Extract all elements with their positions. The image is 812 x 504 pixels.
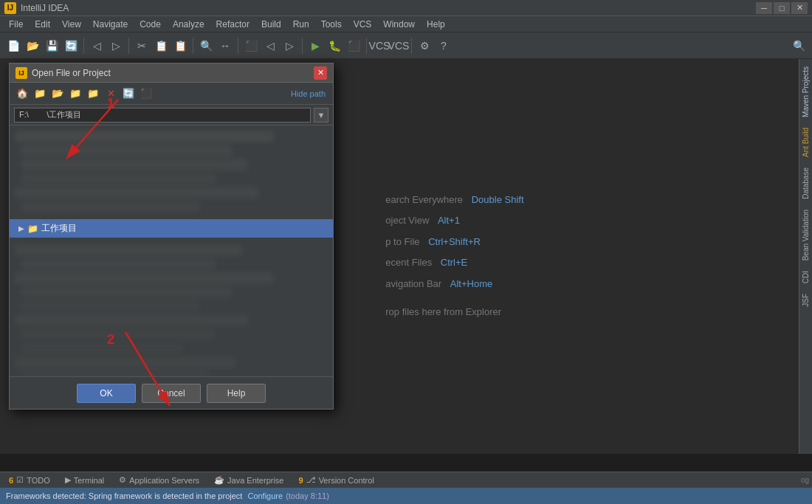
dialog-view-button[interactable]: ⬛ [138,86,154,102]
tab-version-control[interactable]: 9 ⎇ Version Control [293,474,380,486]
maximize-button[interactable]: □ [774,2,790,14]
cut-button[interactable]: ✂ [133,37,151,55]
toolbar-sep-6 [366,38,367,54]
replace-button[interactable]: ↔ [216,37,234,55]
breakpoint-button[interactable]: ⬛ [242,37,260,55]
menu-build[interactable]: Build [255,18,287,31]
search-file-button[interactable]: 🔍 [197,37,215,55]
hide-path-link[interactable]: Hide path [288,88,328,100]
run-button[interactable]: ▶ [306,37,324,55]
copy-button[interactable]: 📋 [152,37,170,55]
menu-bar: File Edit View Navigate Code Analyze Ref… [0,16,812,32]
panel-jsf[interactable]: JSF [800,289,811,311]
toolbar: 📄 📂 💾 🔄 ◁ ▷ ✂ 📋 📋 🔍 ↔ ⬛ ◁ ▷ ▶ 🐛 ⬛ VCS VC… [0,32,812,59]
app-servers-icon: ⚙ [119,475,126,485]
status-text: Frameworks detected: Spring framework is… [6,491,242,500]
menu-tools[interactable]: Tools [315,18,348,31]
vc-icon: ⎇ [306,475,316,485]
shortcut-hints: earch Everywhere Double Shift oject View… [385,190,523,324]
title-bar: IJ IntelliJ IDEA ─ □ ✕ [0,0,812,16]
left-nav-button[interactable]: ◁ [261,37,279,55]
menu-navigate[interactable]: Navigate [87,18,134,31]
dialog-new-folder-button[interactable]: 📁 [67,86,83,102]
tree-expand-arrow[interactable]: ▶ [18,224,24,232]
refresh-button[interactable]: 🔄 [62,37,80,55]
menu-analyze[interactable]: Analyze [167,18,210,31]
hint-recent-key: Ctrl+E [441,253,467,275]
menu-file[interactable]: File [3,18,29,31]
terminal-icon: ▶ [65,475,71,485]
title-controls: ─ □ ✕ [756,2,808,14]
menu-run[interactable]: Run [287,18,315,31]
dialog-file-tree[interactable]: ▶ 📁 工作项目 [10,125,333,376]
tree-folder-icon: 📁 [27,224,38,234]
dialog-title-icon: IJ [16,67,27,79]
search-everywhere-button[interactable]: 🔍 [790,37,808,55]
todo-icon: ☑ [16,475,24,485]
forward-button[interactable]: ▷ [107,37,125,55]
dialog-delete-button[interactable]: ✕ [103,86,119,102]
minimize-button[interactable]: ─ [756,2,772,14]
terminal-label: Terminal [74,476,105,485]
dialog-folder-button[interactable]: 📁 [32,86,48,102]
dialog-refresh-button[interactable]: 🔄 [120,86,137,102]
todo-label: TODO [27,476,50,485]
panel-maven[interactable]: Maven Projects [800,62,811,122]
dialog-buttons-area: OK Cancel Help [10,376,333,409]
panel-ant[interactable]: Ant Build [800,123,811,162]
stop-button[interactable]: ⬛ [345,37,362,55]
menu-refactor[interactable]: Refactor [210,18,255,31]
toolbar-sep-1 [83,38,84,54]
menu-view[interactable]: View [56,18,87,31]
tab-terminal[interactable]: ▶ Terminal [59,474,111,486]
close-button[interactable]: ✕ [791,2,808,14]
path-input[interactable] [14,108,311,122]
panel-cdi[interactable]: CDI [800,266,811,288]
toolbar-sep-2 [128,38,129,54]
vcs-commit-button[interactable]: VCS [390,37,407,55]
right-nav-button[interactable]: ▷ [281,37,298,55]
hint-project-key: Alt+1 [438,210,460,232]
menu-code[interactable]: Code [134,18,167,31]
dialog-toolbar-left: 🏠 📁 📂 📁 📁 ✕ 🔄 ⬛ [14,86,154,102]
hint-project-prefix: oject View [385,210,432,232]
menu-edit[interactable]: Edit [29,18,56,31]
vcs-update-button[interactable]: VCS [371,37,388,55]
menu-help[interactable]: Help [421,18,451,31]
panel-bean[interactable]: Bean Validation [800,205,811,265]
status-bar: Frameworks detected: Spring framework is… [0,488,812,504]
title-bar-left: IJ IntelliJ IDEA [4,2,69,14]
dialog-add-bookmark-button[interactable]: 📁 [85,86,101,102]
dialog-close-button[interactable]: ✕ [314,66,327,80]
debug-button[interactable]: 🐛 [326,37,343,55]
dialog-ok-button[interactable]: OK [77,384,136,403]
dialog-help-button[interactable]: Help [207,384,266,403]
dialog-cancel-button[interactable]: Cancel [142,384,201,403]
toolbar-sep-4 [238,38,238,54]
dialog-title-text: Open File or Project [32,68,111,78]
app-servers-label: Application Servers [129,476,199,485]
menu-vcs[interactable]: VCS [348,18,378,31]
dialog-title-bar[interactable]: IJ Open File or Project ✕ [10,63,333,83]
path-browse-button[interactable]: ▼ [314,108,328,122]
paste-button[interactable]: 📋 [171,37,189,55]
tab-todo[interactable]: 6 ☑ TODO [3,474,56,486]
configure-link[interactable]: Configure [245,491,283,500]
dialog-open-folder-button[interactable]: 📂 [49,86,66,102]
dialog-path-area: ▼ [10,105,333,125]
vc-label: Version Control [319,476,374,485]
help-btn[interactable]: ? [435,37,453,55]
hint-nav-prefix: avigation Bar [385,274,444,295]
settings-button[interactable]: ⚙ [416,37,433,55]
java-enterprise-label: Java Enterprise [227,476,283,485]
tab-app-servers[interactable]: ⚙ Application Servers [113,474,205,486]
panel-database[interactable]: Database [800,163,811,204]
save-all-button[interactable]: 💾 [43,37,61,55]
tree-item-selected[interactable]: ▶ 📁 工作项目 [10,219,333,238]
new-file-button[interactable]: 📄 [4,37,22,55]
back-button[interactable]: ◁ [88,37,106,55]
dialog-home-button[interactable]: 🏠 [14,86,30,102]
open-button[interactable]: 📂 [24,37,41,55]
menu-window[interactable]: Window [377,18,421,31]
tab-java-enterprise[interactable]: ☕ Java Enterprise [208,474,289,486]
